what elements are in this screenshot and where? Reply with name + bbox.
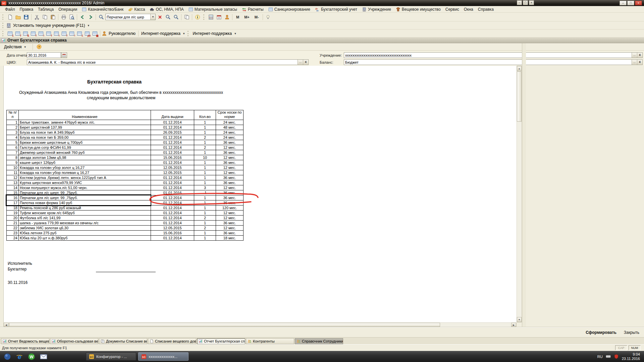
- vertical-scrollbar[interactable]: ▲ ▼: [517, 66, 522, 322]
- scroll-left-button[interactable]: ◀: [4, 323, 9, 327]
- table-cell[interactable]: 01.12.2014: [151, 135, 194, 140]
- window-tab[interactable]: Оборотно-сальдовая ведом...: [50, 338, 98, 344]
- language-indicator[interactable]: RU: [597, 355, 603, 359]
- antivirus-shield-icon[interactable]: [614, 354, 619, 359]
- table-cell[interactable]: 36 мес.: [216, 175, 244, 180]
- mdi-restore-button[interactable]: □: [523, 0, 528, 5]
- table-cell[interactable]: 1: [194, 170, 216, 175]
- table-cell[interactable]: -1: [194, 190, 216, 195]
- menu-item-вещевое-имущество[interactable]: Вещевое имущество: [393, 7, 443, 12]
- start-button[interactable]: [3, 352, 12, 361]
- table-cell[interactable]: 12.05.2015: [151, 226, 194, 231]
- menu-item-учреждение[interactable]: Учреждение: [360, 7, 393, 12]
- open-icon[interactable]: [14, 13, 22, 21]
- find-in-list-icon[interactable]: ≡: [37, 30, 45, 37]
- table-cell[interactable]: Костюм (куртка ,брюки) летн. женск.1221р…: [19, 175, 151, 180]
- info-icon[interactable]: [194, 13, 201, 21]
- date-picker-button[interactable]: [61, 52, 67, 58]
- generate-button[interactable]: Сформировать: [586, 330, 616, 335]
- print-icon[interactable]: [60, 13, 67, 21]
- calendar-icon[interactable]: [215, 13, 223, 21]
- taskbar-clock[interactable]: 9:04 23.11.2016: [622, 352, 641, 361]
- table-cell[interactable]: 01.12.2014: [151, 175, 194, 180]
- table-cell[interactable]: 01.12.2014: [151, 150, 194, 155]
- menu-item-таблица[interactable]: Таблица: [36, 7, 56, 12]
- table-cell[interactable]: 01.01.2016: [151, 190, 194, 195]
- menu-item-касса[interactable]: Касса: [126, 7, 147, 12]
- taskbar-configurator-button[interactable]: Конфигуратор - ...: [86, 352, 136, 361]
- table-cell[interactable]: Куртка шерстяная женск979,99 УИС: [19, 180, 151, 185]
- table-cell[interactable]: 01.12.2014: [151, 195, 194, 200]
- table-cell[interactable]: 12.05.2015: [151, 170, 194, 175]
- cmo-lookup-button[interactable]: ...: [298, 60, 303, 65]
- memory-m-button[interactable]: М: [234, 13, 241, 21]
- table-cell[interactable]: 26.09.2015: [151, 130, 194, 135]
- table-cell[interactable]: 1: [194, 125, 216, 130]
- menu-item-файл[interactable]: Файл: [3, 7, 17, 12]
- paste-icon[interactable]: [49, 13, 57, 21]
- table-cell[interactable]: 5: [7, 140, 19, 145]
- table-cell[interactable]: 15.06.2016: [151, 231, 194, 236]
- find-next-icon[interactable]: [164, 13, 172, 21]
- table-cell[interactable]: 1: [194, 195, 216, 200]
- refresh-report-icon[interactable]: ⇅: [21, 30, 29, 37]
- menu-item-правка[interactable]: Правка: [17, 7, 36, 12]
- toolbar-grip[interactable]: [2, 23, 4, 28]
- table-cell[interactable]: 1: [194, 130, 216, 135]
- memory-m-plus-button[interactable]: М+: [242, 13, 252, 21]
- table-cell[interactable]: 18 мес.: [216, 236, 244, 241]
- table-cell[interactable]: 10: [194, 155, 216, 160]
- internet-support-button-2[interactable]: Интернет-поддержка: [191, 31, 233, 36]
- table-cell[interactable]: 7: [7, 150, 19, 155]
- table-cell[interactable]: Берет шерстяной 137,99: [19, 125, 151, 130]
- actions-menu-button[interactable]: Действия ▾: [2, 44, 29, 50]
- table-cell[interactable]: 12 мес.: [216, 145, 244, 150]
- find-by-column-icon[interactable]: Т: [29, 30, 37, 37]
- table-cell[interactable]: 13: [7, 180, 19, 185]
- table-cell[interactable]: 1: [194, 140, 216, 145]
- table-cell[interactable]: 11: [7, 170, 19, 175]
- chevron-down-icon[interactable]: ▾: [182, 32, 186, 35]
- menu-item-окна[interactable]: Окна: [462, 7, 476, 12]
- copy-icon[interactable]: [41, 13, 49, 21]
- table-cell[interactable]: шапка - ушанка 779,99 меховая из овчины …: [19, 221, 151, 226]
- table-cell[interactable]: Футболка х/б л/с 141,99: [19, 216, 151, 221]
- table-cell[interactable]: 17: [7, 200, 19, 205]
- table-cell[interactable]: 1: [194, 160, 216, 165]
- chevron-down-icon[interactable]: ▾: [233, 32, 237, 35]
- table-cell[interactable]: 01.12.2014: [151, 221, 194, 226]
- institution-clear-button[interactable]: X: [637, 53, 642, 58]
- table-cell[interactable]: 1: [194, 221, 216, 226]
- window-tab[interactable]: Контрагенты: [246, 338, 294, 344]
- menu-item-операции[interactable]: Операции: [56, 7, 79, 12]
- table-cell[interactable]: 36 мес.: [216, 190, 244, 195]
- table-cell[interactable]: Юбка летняя 275 руб: [19, 231, 151, 236]
- table-cell[interactable]: 01.12.2014: [151, 160, 194, 165]
- table-cell[interactable]: 1: [194, 200, 216, 205]
- balance-clear-button[interactable]: X: [637, 60, 642, 65]
- institution-lookup-button[interactable]: ...: [632, 53, 637, 58]
- table-cell[interactable]: 10: [7, 165, 19, 170]
- table-cell[interactable]: 4: [7, 135, 19, 140]
- window-tab[interactable]: Документы Списание веще...: [99, 338, 147, 344]
- table-cell[interactable]: 1: [194, 231, 216, 236]
- table-cell[interactable]: 01.12.2014: [151, 216, 194, 221]
- table-cell[interactable]: 12 мес.: [216, 226, 244, 231]
- table-cell[interactable]: 1: [194, 165, 216, 170]
- menu-item-санкционирование[interactable]: Санкционирование: [266, 7, 313, 12]
- col-number[interactable]: № п/п: [7, 110, 19, 120]
- new-document-icon[interactable]: [6, 13, 14, 21]
- tip-of-day-icon[interactable]: [264, 13, 272, 21]
- table-cell[interactable]: Белье трикотажн. зимнее 476руб мужск л/с…: [19, 120, 151, 125]
- report-canvas[interactable]: Бухгалтерская справка Осужденный Агакиши…: [3, 66, 517, 322]
- table-cell[interactable]: Перчатки для л/с шерт. 99 ,75руб.: [19, 190, 151, 195]
- table-cell[interactable]: 1: [194, 210, 216, 216]
- maximize-button[interactable]: □: [627, 1, 634, 5]
- window-tab[interactable]: Списание вещевого дов...:33: [148, 338, 196, 344]
- table-cell[interactable]: 01.12.2014: [151, 125, 194, 130]
- toolbar-grip[interactable]: [203, 14, 205, 20]
- table-cell[interactable]: Юбка п/ш 20 шт н.ф.380руб: [19, 236, 151, 241]
- to-manager-button[interactable]: Руководителю: [107, 31, 137, 36]
- table-cell[interactable]: 12.05.2015: [151, 165, 194, 170]
- user-icon[interactable]: [223, 13, 231, 21]
